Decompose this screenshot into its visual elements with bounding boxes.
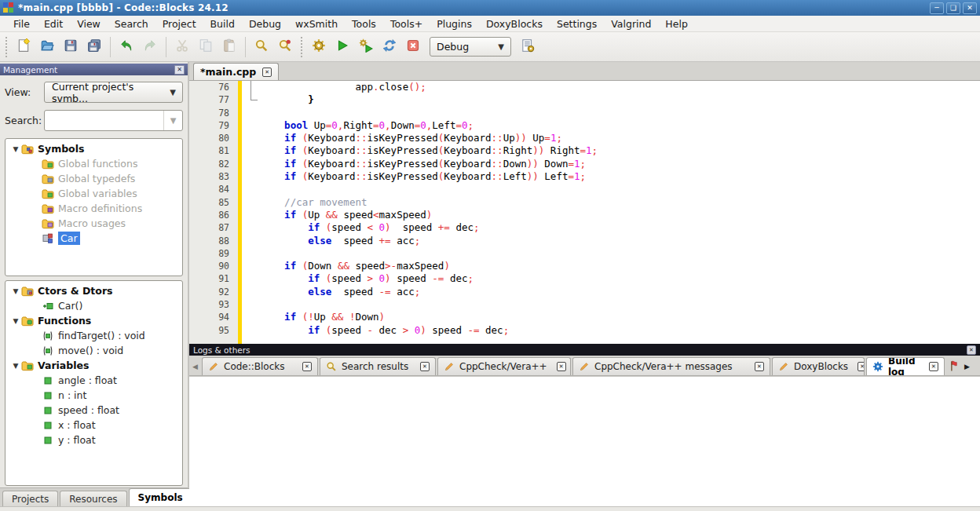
line-number[interactable]: 79 [189,119,238,132]
line-number[interactable]: 91 [189,272,238,285]
collapse-arrow-icon[interactable]: ▼ [10,145,21,153]
fold-margin[interactable] [242,311,261,323]
logs-tab-build-log[interactable]: Build log✕ [866,357,945,375]
tree-item-variables[interactable]: ▼Variables [5,358,182,373]
line-number[interactable]: 84 [189,183,238,195]
tree-item-n-int[interactable]: n : int [5,388,182,403]
fold-margin[interactable] [242,81,261,93]
fold-margin[interactable] [242,221,261,234]
tree-item-symbols[interactable]: ▼Symbols [5,141,182,156]
logs-close-icon[interactable]: ✕ [967,345,976,355]
tree-item-functions[interactable]: ▼Functions [5,313,182,328]
line-number[interactable]: 94 [189,311,238,323]
tree-item-move-void[interactable]: move() : void [5,343,182,358]
fold-margin[interactable] [242,158,261,170]
line-number[interactable]: 95 [189,324,238,337]
menu-tools[interactable]: Tools [345,16,383,31]
logs-tab-cppcheck-vera-messages[interactable]: CppCheck/Vera++ messages✕ [572,357,770,375]
build-button[interactable] [307,36,331,58]
chevron-down-icon[interactable]: ▼ [163,111,182,130]
menu-project[interactable]: Project [155,16,203,31]
tab-close-icon[interactable]: ✕ [929,362,938,371]
scroll-right-arrow-icon[interactable]: ▶ [962,358,972,375]
undo-button[interactable] [115,36,138,58]
tree-item-car[interactable]: Car [5,231,182,246]
line-number[interactable]: 80 [189,132,238,144]
fold-margin[interactable] [242,260,261,272]
tab-close-icon[interactable]: ✕ [262,68,272,77]
save-all-files-button[interactable] [82,36,106,58]
flag-red-icon[interactable] [946,357,960,375]
new-file-button[interactable] [12,36,35,58]
tree-item-car[interactable]: Car() [5,298,182,313]
search-input[interactable]: ▼ [44,110,183,131]
menu-wxsmith[interactable]: wxSmith [288,16,345,31]
scroll-left-arrow-icon[interactable]: ◀ [190,358,200,375]
tree-item-macro-usages[interactable]: Macro usages [5,216,182,231]
tree-item-y-float[interactable]: y : float [5,433,182,447]
menu-build[interactable]: Build [203,16,242,31]
line-number[interactable]: 93 [189,298,238,311]
tree-item-global-variables[interactable]: Global variables [5,186,182,201]
fold-margin[interactable] [242,183,261,195]
menu-file[interactable]: File [6,16,37,31]
fold-margin[interactable] [242,247,261,260]
tree-item-speed-float[interactable]: speed : float [5,403,182,418]
toolbar-grip[interactable] [5,37,9,57]
line-number[interactable]: 83 [189,170,238,183]
management-tab-resources[interactable]: Resources [60,491,126,506]
logs-tab-cppcheck-vera[interactable]: CppCheck/Vera++✕ [437,357,571,375]
restore-button[interactable]: ❏ [946,2,960,14]
line-number[interactable]: 82 [189,158,238,170]
tree-item-global-typedefs[interactable]: Global typedefs [5,171,182,186]
fold-margin[interactable] [242,298,261,311]
fold-margin[interactable] [242,119,261,132]
tab-main-cpp[interactable]: *main.cpp ✕ [193,63,279,80]
find-and-replace-button[interactable] [273,36,297,58]
menu-debug[interactable]: Debug [242,16,288,31]
fold-margin[interactable] [242,144,261,157]
fold-margin[interactable] [242,132,261,144]
fold-margin[interactable] [242,286,261,298]
tab-close-icon[interactable]: ✕ [858,362,865,371]
run-button[interactable] [331,36,354,58]
fold-margin[interactable] [242,209,261,221]
save-file-button[interactable] [59,36,82,58]
find-button[interactable] [250,36,273,58]
management-tab-symbols[interactable]: Symbols [129,488,192,506]
line-number[interactable]: 87 [189,221,238,234]
fold-margin[interactable] [242,272,261,285]
tab-close-icon[interactable]: ✕ [420,362,430,371]
minimize-button[interactable]: ─ [930,2,944,14]
fold-margin[interactable] [242,235,261,247]
tab-close-icon[interactable]: ✕ [755,362,764,371]
panel-close-icon[interactable]: ✕ [174,65,185,75]
menu-edit[interactable]: Edit [37,16,70,31]
line-number[interactable]: 88 [189,235,238,247]
menu-tools[interactable]: Tools+ [383,16,430,31]
tab-close-icon[interactable]: ✕ [557,362,566,371]
fold-margin[interactable] [242,107,261,119]
open-file-button[interactable] [35,36,59,58]
logs-tab-search-results[interactable]: Search results✕ [320,357,436,375]
fold-margin[interactable] [242,196,261,209]
line-number[interactable]: 76 [189,81,238,93]
menu-valgrind[interactable]: Valgrind [604,16,658,31]
collapse-arrow-icon[interactable]: ▼ [10,317,21,325]
close-button[interactable]: ✕ [963,2,977,14]
menu-doxyblocks[interactable]: DoxyBlocks [479,16,550,31]
line-number[interactable]: 86 [189,209,238,221]
fold-margin[interactable] [242,324,261,337]
logs-tab-doxyblocks[interactable]: DoxyBlocks✕ [772,357,865,375]
menu-view[interactable]: View [70,16,108,31]
line-number[interactable]: 81 [189,144,238,157]
menu-search[interactable]: Search [108,16,155,31]
tab-close-icon[interactable]: ✕ [302,362,312,371]
collapse-arrow-icon[interactable]: ▼ [10,287,21,295]
line-number[interactable]: 92 [189,286,238,298]
collapse-arrow-icon[interactable]: ▼ [10,362,21,370]
line-number[interactable]: 85 [189,196,238,209]
line-number[interactable]: 78 [189,107,238,119]
fold-margin[interactable] [242,93,261,106]
rebuild-button[interactable] [378,36,401,58]
